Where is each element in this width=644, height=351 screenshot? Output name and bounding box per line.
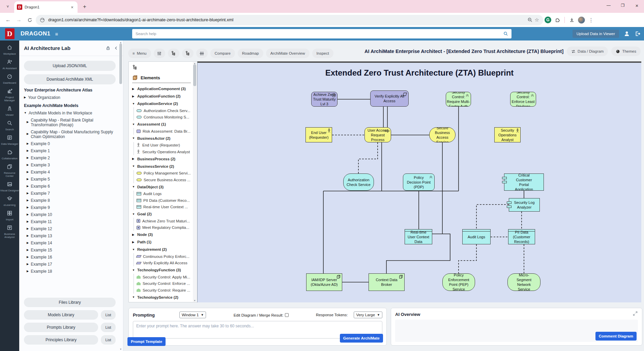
rail-item-resource-center[interactable]: Resource Center (0, 164, 19, 178)
minimize-button[interactable]: — (602, 0, 616, 11)
element-item-security-operations-analyst[interactable]: Security Operations Analyst (137, 148, 196, 155)
element-item-security-control-enforce[interactable]: Security Control: Enforce ... (137, 280, 196, 287)
forward-icon[interactable]: → (14, 15, 24, 25)
window-select[interactable]: Window 1▼ (179, 312, 206, 318)
element-item-authorization-check-serv[interactable]: Authorization Check Serv... (137, 107, 196, 114)
data-diagram-toggle-button[interactable]: Data / Diagram (567, 47, 608, 56)
rail-item-import[interactable]: Import (0, 210, 19, 221)
scroll-up-icon[interactable]: ▲ (194, 62, 196, 64)
search-icon[interactable] (503, 31, 508, 36)
browser-menu-dots-icon[interactable]: ⋮ (586, 15, 596, 25)
diagram-node-policy-decision-point[interactable]: Policy Decision Point (PDP) (403, 173, 435, 191)
tree-item-example-14[interactable]: ▶Example 14 (27, 241, 116, 245)
logout-icon[interactable] (635, 31, 641, 37)
tree-item-example-5[interactable]: ▶Example 5 (27, 177, 116, 182)
prompt-template-button[interactable]: Prompt Template (127, 337, 166, 346)
tree-view-icon[interactable] (132, 64, 196, 72)
response-tokens-select[interactable]: Very Large▼ (354, 312, 382, 318)
comment-diagram-button[interactable]: Comment Diagram (595, 332, 637, 341)
tree-item-example-12[interactable]: ▶Example 12 (27, 226, 116, 231)
tree-item-capability-map-1[interactable]: ▶Capability Map - Global Manufacturing S… (27, 130, 116, 139)
address-bar[interactable]: dragon1.com/ai/archimate?f=/downloads/dr… (36, 15, 543, 25)
element-item-continuous-monitoring-s[interactable]: Continuous Monitoring S... (137, 114, 196, 121)
expand-arrow-icon[interactable]: ▶ (27, 220, 29, 223)
collapse-arrow-icon[interactable]: ▼ (132, 165, 135, 168)
expand-arrow-icon[interactable]: ▶ (132, 87, 135, 90)
element-group-goal-2-[interactable]: ▼Goal (2) (132, 210, 196, 218)
hierarchy-tree-button-2[interactable] (182, 49, 194, 58)
upload-data-in-viewer-button[interactable]: Upload Data in Viewer (573, 30, 619, 38)
element-item-end-user-requester[interactable]: End User (Requester) (137, 142, 196, 149)
element-group-dataobject-3-[interactable]: ▼DataObject (3) (132, 183, 196, 191)
collapse-arrow-icon[interactable]: ▼ (132, 213, 135, 216)
compare-button[interactable]: Compare (210, 49, 235, 58)
scrollbar-thumb[interactable] (119, 44, 122, 84)
element-item-meet-regulatory-complia[interactable]: Meet Regulatory Complia... (137, 224, 196, 231)
element-group-path-1-[interactable]: ▶Path (1) (132, 238, 196, 246)
expand-arrow-icon[interactable]: ▶ (27, 263, 29, 266)
diagram-node-realtime-user-context-data[interactable]: Real-time User Context Data (405, 229, 432, 244)
diagram-node-critical-customer-portal[interactable]: Critical Customer Portal Application (504, 173, 544, 191)
rail-item-business-analyzer[interactable]: Business Analyzer (0, 225, 19, 239)
element-group-businessservice-2-[interactable]: ▼BusinessService (2) (132, 163, 196, 170)
lock-icon[interactable] (106, 46, 111, 51)
prompts-library-button[interactable]: Prompts Library (24, 323, 98, 332)
expand-arrow-icon[interactable]: ▶ (27, 234, 29, 237)
expand-arrow-icon[interactable]: ▶ (27, 120, 29, 124)
bookmark-star-icon[interactable]: ☆ (535, 17, 539, 23)
diagram-node-audit-logs[interactable]: Audit Logs (462, 229, 491, 244)
rail-item-ai-assistant[interactable]: AI Assistant (0, 59, 19, 70)
profile-avatar[interactable] (578, 17, 585, 24)
rail-item-viewer[interactable]: Viewer (0, 106, 19, 116)
list-button[interactable]: List (101, 323, 116, 332)
rail-item-collaboration[interactable]: Collaboration (0, 149, 19, 160)
expand-arrow-icon[interactable]: ▶ (24, 96, 26, 99)
collapse-sidebar-icon[interactable] (114, 46, 118, 50)
collapse-arrow-icon[interactable]: ▼ (132, 123, 135, 126)
diagram-node-user-access-request-process[interactable]: User Access Request Process (364, 127, 391, 142)
back-icon[interactable]: ← (3, 15, 13, 25)
diagram-node-req-verify-explicitly[interactable]: Verify Explicitly All Access (370, 90, 409, 107)
collapse-arrow-icon[interactable]: ▼ (132, 296, 135, 299)
element-group-applicationcomponent-3-[interactable]: ▶ApplicationComponent (3) (132, 85, 196, 92)
edit-merge-checkbox[interactable] (285, 313, 289, 317)
expand-arrow-icon[interactable]: ▶ (27, 206, 29, 209)
scroll-down-icon[interactable]: ▼ (120, 348, 122, 350)
vertical-sliders-button[interactable] (154, 49, 165, 58)
tab-close-icon[interactable]: × (69, 4, 75, 10)
tree-item-example-9[interactable]: ▶Example 9 (27, 205, 116, 210)
expand-arrow-icon[interactable]: ▶ (27, 199, 29, 202)
themes-button[interactable]: Themes (611, 47, 641, 56)
element-item-real-time-user-context[interactable]: Real-time User Context ... (137, 204, 196, 211)
expand-arrow-icon[interactable]: ▶ (27, 192, 29, 195)
rail-item-dashboard[interactable]: Dashboard (0, 74, 19, 84)
expand-arrow-icon[interactable]: ▶ (27, 178, 29, 181)
expand-arrow-icon[interactable]: ▶ (27, 149, 29, 152)
tree-item-example-3[interactable]: ▶Example 3 (27, 163, 116, 167)
expand-arrow-icon[interactable]: ▶ (27, 163, 29, 166)
site-info-icon[interactable] (40, 18, 45, 23)
maximize-button[interactable]: ❐ (616, 0, 630, 11)
expand-arrow-icon[interactable]: ▶ (27, 156, 29, 159)
rail-item-project-manager[interactable]: Project Manager (0, 88, 19, 102)
zoom-out-icon[interactable] (527, 17, 533, 23)
expand-icon[interactable] (633, 311, 638, 318)
rail-item-visual-designer[interactable]: Visual Designer (0, 181, 19, 192)
collapse-arrow-icon[interactable]: ▼ (132, 248, 135, 251)
collapse-arrow-icon[interactable]: ▼ (132, 137, 135, 140)
principles-library-button[interactable]: Principles Library (24, 335, 98, 345)
search-help-input[interactable]: Search help (132, 29, 511, 38)
collapse-arrow-icon[interactable]: ▼ (132, 269, 135, 272)
tree-item-example-7[interactable]: ▶Example 7 (27, 191, 116, 196)
collapse-arrow-icon[interactable]: ▼ (132, 102, 135, 105)
extensions-puzzle-icon[interactable] (553, 15, 562, 25)
rail-item-data-manager[interactable]: Data Manager (0, 135, 19, 145)
tree-item-example-6[interactable]: ▶Example 6 (27, 184, 116, 189)
rail-item-elearning[interactable]: eLearning (0, 196, 19, 207)
expand-arrow-icon[interactable]: ▶ (132, 95, 135, 98)
diagram-canvas[interactable]: Extended Zero Trust Architecture (ZTA) B… (197, 61, 641, 302)
close-button[interactable]: × (630, 0, 644, 11)
expand-arrow-icon[interactable]: ▶ (27, 170, 29, 173)
tree-item-example-4[interactable]: ▶Example 4 (27, 170, 116, 174)
dragon1-logo[interactable]: D (0, 28, 19, 39)
